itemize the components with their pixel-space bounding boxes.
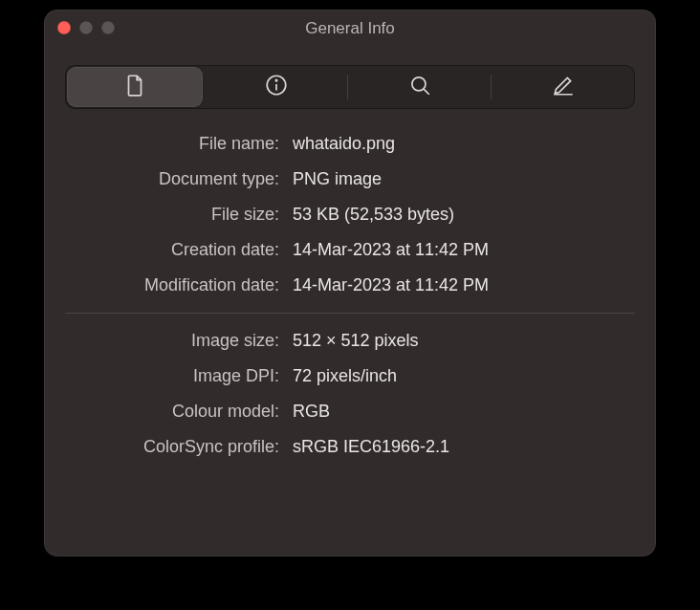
value: 72 pixels/inch [293,366,635,386]
pencil-icon [551,73,576,102]
label: Colour model: [65,402,293,422]
svg-point-3 [412,76,426,90]
row-document-type: Document type: PNG image [65,162,635,197]
label: File size: [65,205,293,225]
value: whataido.png [293,134,635,154]
value: 14-Mar-2023 at 11:42 PM [293,240,635,260]
separator [65,313,635,314]
search-icon [407,73,432,102]
row-image-dpi: Image DPI: 72 pixels/inch [65,359,635,394]
file-icon [122,73,147,102]
tab-bar [65,65,635,109]
minimize-button[interactable] [79,21,93,34]
row-file-name: File name: whataido.png [65,126,635,162]
row-image-size: Image size: 512 × 512 pixels [65,323,635,359]
label: Image size: [65,331,293,351]
close-button[interactable] [57,21,71,34]
tab-info[interactable] [205,65,348,109]
row-creation-date: Creation date: 14-Mar-2023 at 11:42 PM [65,232,635,268]
traffic-lights [57,21,115,34]
window-title: General Info [305,19,395,38]
value: sRGB IEC61966-2.1 [293,437,635,457]
label: Modification date: [65,275,293,295]
value: 14-Mar-2023 at 11:42 PM [293,275,635,295]
svg-line-4 [424,89,428,94]
info-icon [264,73,289,102]
info-content: File name: whataido.png Document type: P… [44,119,656,556]
svg-point-2 [275,79,276,80]
row-colorsync-profile: ColorSync profile: sRGB IEC61966-2.1 [65,429,635,465]
value: 53 KB (52,533 bytes) [293,205,635,225]
label: Creation date: [65,240,293,260]
value: PNG image [293,169,635,189]
tab-edit[interactable] [492,65,635,109]
label: Document type: [65,169,293,189]
value: 512 × 512 pixels [293,331,635,351]
row-modification-date: Modification date: 14-Mar-2023 at 11:42 … [65,268,635,303]
row-colour-model: Colour model: RGB [65,394,635,429]
label: File name: [65,134,293,154]
label: ColorSync profile: [65,437,293,457]
label: Image DPI: [65,366,293,386]
zoom-button[interactable] [101,21,115,34]
tab-search[interactable] [348,65,492,109]
value: RGB [293,402,635,422]
tab-file[interactable] [67,67,203,107]
info-window: General Info [44,10,656,556]
row-file-size: File size: 53 KB (52,533 bytes) [65,197,635,232]
titlebar: General Info [44,10,656,48]
